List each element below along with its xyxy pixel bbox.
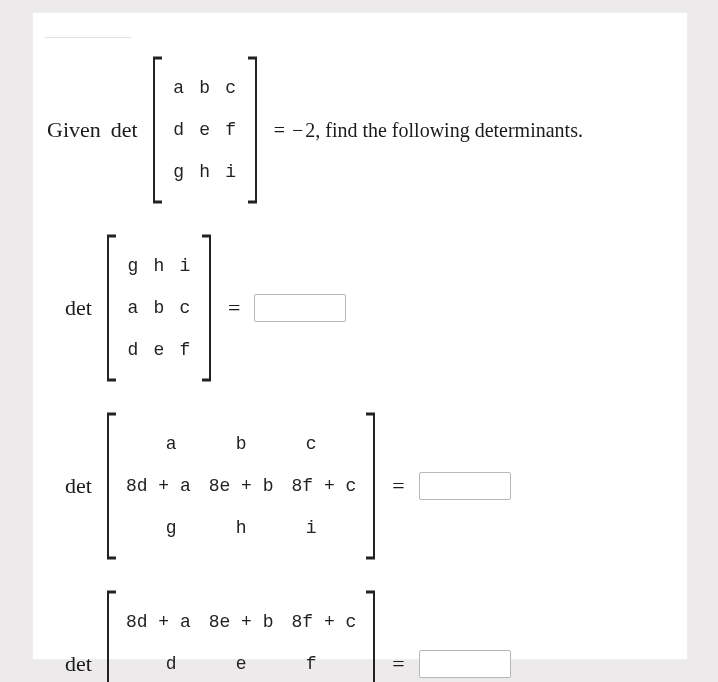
det-label-1: det <box>65 295 92 321</box>
matrix-cell: g <box>145 519 197 537</box>
matrix-1-body: g h i a b c d e f <box>118 233 200 383</box>
matrix-given-row-1: d e f <box>172 109 238 151</box>
matrix-given: a b c d e f g h i <box>150 55 260 205</box>
minus-sign: − <box>292 119 303 141</box>
matrix-cell: 8e + b <box>209 613 274 631</box>
left-bracket-icon <box>104 589 118 682</box>
right-bracket-icon <box>200 233 214 383</box>
matrix-given-body: a b c d e f g h i <box>164 55 246 205</box>
matrix-3-row-0: 8d + a 8e + b 8f + c <box>126 601 356 643</box>
matrix-given-row-2: g h i <box>172 151 238 193</box>
matrix-3: 8d + a 8e + b 8f + c d e f g h i <box>104 589 378 682</box>
matrix-2-body: a b c 8d + a 8e + b 8f + c g h i <box>118 411 364 561</box>
matrix-cell: 8f + c <box>292 477 357 495</box>
det-label-2: det <box>65 473 92 499</box>
matrix-cell: c <box>285 435 337 453</box>
matrix-cell: h <box>198 163 212 181</box>
matrix-1-row-0: g h i <box>126 245 192 287</box>
matrix-cell: h <box>152 257 166 275</box>
right-bracket-icon <box>364 411 378 561</box>
matrix-cell: f <box>285 655 337 673</box>
matrix-cell: 8f + c <box>292 613 357 631</box>
matrix-cell: 8e + b <box>209 477 274 495</box>
matrix-cell: a <box>145 435 197 453</box>
problem-row-1: det g h i a b c d e <box>55 233 673 383</box>
matrix-2-row-2: g h i <box>126 507 356 549</box>
page: Given det a b c d e f <box>0 0 718 682</box>
equals-sign-3: = <box>392 651 404 677</box>
matrix-cell: 8d + a <box>126 477 191 495</box>
matrix-given-row-0: a b c <box>172 67 238 109</box>
matrix-cell: c <box>224 79 238 97</box>
right-bracket-icon <box>364 589 378 682</box>
left-bracket-icon <box>150 55 164 205</box>
matrix-cell: a <box>126 299 140 317</box>
matrix-3-body: 8d + a 8e + b 8f + c d e f g h i <box>118 589 364 682</box>
matrix-2-row-1: 8d + a 8e + b 8f + c <box>126 465 356 507</box>
matrix-cell: i <box>285 519 337 537</box>
left-bracket-icon <box>104 411 118 561</box>
given-prefix: Given <box>47 117 101 143</box>
problem-row-2: det a b c 8d + a 8e + b 8f + c g <box>55 411 673 561</box>
matrix-cell: e <box>215 655 267 673</box>
equals-sign-1: = <box>228 295 240 321</box>
right-bracket-icon <box>246 55 260 205</box>
matrix-3-row-1: d e f <box>126 643 356 682</box>
matrix-cell: 8d + a <box>126 613 191 631</box>
matrix-cell: c <box>178 299 192 317</box>
answer-input-3[interactable] <box>419 650 511 678</box>
det-label-3: det <box>65 651 92 677</box>
matrix-cell: f <box>178 341 192 359</box>
question-card: Given det a b c d e f <box>32 12 688 660</box>
matrix-cell: e <box>152 341 166 359</box>
matrix-cell: g <box>126 257 140 275</box>
matrix-1-row-2: d e f <box>126 329 192 371</box>
answer-input-2[interactable] <box>419 472 511 500</box>
matrix-cell: g <box>172 163 186 181</box>
equals-sign-2: = <box>392 473 404 499</box>
answer-input-1[interactable] <box>254 294 346 322</box>
det-label-given: det <box>111 117 138 143</box>
matrix-2-row-0: a b c <box>126 423 356 465</box>
given-value: 2 <box>305 119 315 141</box>
matrix-cell: i <box>178 257 192 275</box>
matrix-1: g h i a b c d e f <box>104 233 214 383</box>
equals-sign: = <box>274 119 285 141</box>
matrix-cell: b <box>198 79 212 97</box>
matrix-cell: b <box>152 299 166 317</box>
given-after: = −2, find the following determinants. <box>274 119 583 142</box>
problem-row-3: det 8d + a 8e + b 8f + c d e f g <box>55 589 673 682</box>
matrix-cell: i <box>224 163 238 181</box>
matrix-2: a b c 8d + a 8e + b 8f + c g h i <box>104 411 378 561</box>
matrix-1-row-1: a b c <box>126 287 192 329</box>
matrix-cell: e <box>198 121 212 139</box>
given-row: Given det a b c d e f <box>47 55 673 205</box>
matrix-cell: d <box>126 341 140 359</box>
question-id-label <box>45 19 131 38</box>
matrix-cell: a <box>172 79 186 97</box>
matrix-cell: d <box>145 655 197 673</box>
left-bracket-icon <box>104 233 118 383</box>
matrix-cell: h <box>215 519 267 537</box>
matrix-cell: d <box>172 121 186 139</box>
given-suffix: , find the following determinants. <box>315 119 583 141</box>
matrix-cell: b <box>215 435 267 453</box>
matrix-cell: f <box>224 121 238 139</box>
